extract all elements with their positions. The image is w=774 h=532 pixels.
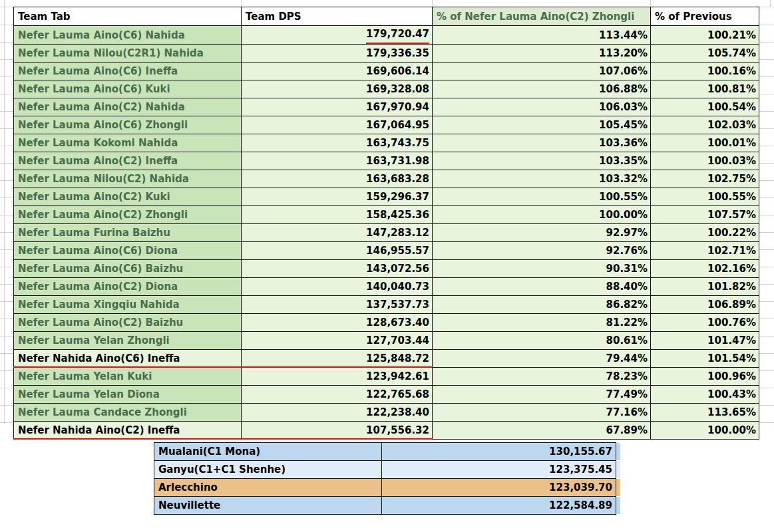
cell-team-dps[interactable]: 179,720.47 (242, 26, 433, 45)
cell-team-dps[interactable]: 147,283.12 (242, 224, 433, 242)
cell-pct-of-base[interactable]: 77.16% (433, 404, 651, 422)
cell-team-name[interactable]: Nefer Lauma Aino(C6) Ineffa (14, 63, 242, 80)
cell-team-name[interactable]: Nefer Lauma Aino(C2) Zhongli (14, 206, 242, 224)
cell-pct-of-previous[interactable]: 101.82% (651, 278, 759, 296)
column-header-pct-of-previous[interactable]: % of Previous (651, 7, 759, 26)
cell-team-name[interactable]: Nefer Lauma Aino(C2) Ineffa (14, 152, 242, 170)
cell-team-name[interactable]: Nefer Lauma Xingqiu Nahida (14, 296, 242, 314)
cell-pct-of-previous[interactable]: 100.01% (651, 134, 759, 152)
cell-team-name[interactable]: Nefer Lauma Yelan Kuki (14, 368, 242, 386)
cell-pct-of-base[interactable]: 100.55% (433, 188, 651, 206)
cell-team-name[interactable]: Nefer Lauma Aino(C2) Baizhu (14, 314, 242, 332)
cell-pct-of-previous[interactable]: 107.57% (651, 206, 759, 224)
cell-pct-of-previous[interactable]: 100.81% (651, 80, 759, 98)
cell-team-name[interactable]: Nefer Lauma Aino(C6) Kuki (14, 80, 242, 98)
cell-team-dps[interactable]: 137,537.73 (242, 296, 433, 314)
cell-pct-of-base[interactable]: 100.00% (433, 206, 651, 224)
column-header-team-tab[interactable]: Team Tab (14, 7, 242, 26)
cell-pct-of-previous[interactable]: 100.76% (651, 314, 759, 332)
cell-pct-of-base[interactable]: 106.03% (433, 98, 651, 116)
cell-team-dps[interactable]: 163,743.75 (242, 134, 433, 152)
cell-comparison-name[interactable]: Arlecchino (154, 479, 382, 497)
cell-team-name[interactable]: Nefer Nahida Aino(C6) Ineffa (14, 350, 242, 368)
cell-pct-of-previous[interactable]: 100.22% (651, 224, 759, 242)
cell-team-dps[interactable]: 128,673.40 (242, 314, 433, 332)
column-header-pct-of-base[interactable]: % of Nefer Lauma Aino(C2) Zhongli (433, 7, 651, 26)
cell-comparison-dps[interactable]: 122,584.89 (382, 497, 616, 515)
cell-comparison-dps[interactable]: 130,155.67 (382, 443, 616, 461)
cell-team-name[interactable]: Nefer Nahida Aino(C2) Ineffa (14, 422, 242, 440)
cell-comparison-dps[interactable]: 123,039.70 (382, 479, 616, 497)
cell-pct-of-base[interactable]: 113.44% (433, 26, 651, 45)
cell-team-name[interactable]: Nefer Lauma Candace Zhongli (14, 404, 242, 422)
cell-pct-of-base[interactable]: 92.76% (433, 242, 651, 260)
cell-pct-of-base[interactable]: 79.44% (433, 350, 651, 368)
cell-team-name[interactable]: Nefer Lauma Nilou(C2) Nahida (14, 170, 242, 188)
cell-pct-of-previous[interactable]: 101.47% (651, 332, 759, 350)
cell-pct-of-previous[interactable]: 100.96% (651, 368, 759, 386)
cell-pct-of-previous[interactable]: 100.55% (651, 188, 759, 206)
cell-team-name[interactable]: Nefer Lauma Aino(C2) Nahida (14, 98, 242, 116)
cell-team-name[interactable]: Nefer Lauma Aino(C2) Diona (14, 278, 242, 296)
cell-comparison-name[interactable]: Neuvillette (154, 497, 382, 515)
cell-pct-of-previous[interactable]: 100.16% (651, 63, 759, 80)
column-header-team-dps[interactable]: Team DPS (242, 7, 433, 26)
cell-comparison-name[interactable]: Ganyu(C1+C1 Shenhe) (154, 461, 382, 479)
cell-team-dps[interactable]: 167,970.94 (242, 98, 433, 116)
cell-pct-of-base[interactable]: 103.35% (433, 152, 651, 170)
cell-team-dps[interactable]: 123,942.61 (242, 368, 433, 386)
cell-team-name[interactable]: Nefer Lauma Furina Baizhu (14, 224, 242, 242)
cell-team-name[interactable]: Nefer Lauma Aino(C2) Kuki (14, 188, 242, 206)
cell-team-name[interactable]: Nefer Lauma Aino(C6) Diona (14, 242, 242, 260)
cell-team-dps[interactable]: 159,296.37 (242, 188, 433, 206)
cell-pct-of-base[interactable]: 81.22% (433, 314, 651, 332)
cell-team-dps[interactable]: 143,072.56 (242, 260, 433, 278)
cell-pct-of-previous[interactable]: 100.54% (651, 98, 759, 116)
cell-pct-of-previous[interactable]: 106.89% (651, 296, 759, 314)
cell-pct-of-base[interactable]: 103.36% (433, 134, 651, 152)
cell-pct-of-previous[interactable]: 113.65% (651, 404, 759, 422)
cell-team-dps[interactable]: 122,765.68 (242, 386, 433, 404)
cell-pct-of-base[interactable]: 88.40% (433, 278, 651, 296)
cell-team-dps[interactable]: 167,064.95 (242, 116, 433, 134)
cell-team-name[interactable]: Nefer Lauma Aino(C6) Zhongli (14, 116, 242, 134)
cell-comparison-dps[interactable]: 123,375.45 (382, 461, 616, 479)
cell-pct-of-base[interactable]: 77.49% (433, 386, 651, 404)
cell-team-dps[interactable]: 125,848.72 (242, 350, 433, 368)
cell-team-dps[interactable]: 163,683.28 (242, 170, 433, 188)
cell-team-dps[interactable]: 146,955.57 (242, 242, 433, 260)
cell-team-dps[interactable]: 122,238.40 (242, 404, 433, 422)
cell-team-dps[interactable]: 169,328.08 (242, 80, 433, 98)
cell-team-dps[interactable]: 127,703.44 (242, 332, 433, 350)
cell-pct-of-base[interactable]: 67.89% (433, 422, 651, 440)
cell-pct-of-base[interactable]: 86.82% (433, 296, 651, 314)
cell-team-name[interactable]: Nefer Lauma Aino(C6) Nahida (14, 26, 242, 45)
cell-pct-of-base[interactable]: 106.88% (433, 80, 651, 98)
cell-team-dps[interactable]: 140,040.73 (242, 278, 433, 296)
cell-pct-of-previous[interactable]: 100.00% (651, 422, 759, 440)
cell-pct-of-base[interactable]: 78.23% (433, 368, 651, 386)
cell-pct-of-base[interactable]: 103.32% (433, 170, 651, 188)
cell-team-dps[interactable]: 179,336.35 (242, 45, 433, 63)
cell-team-dps[interactable]: 158,425.36 (242, 206, 433, 224)
cell-comparison-name[interactable]: Mualani(C1 Mona) (154, 443, 382, 461)
cell-pct-of-previous[interactable]: 105.74% (651, 45, 759, 63)
cell-pct-of-previous[interactable]: 102.75% (651, 170, 759, 188)
cell-pct-of-base[interactable]: 92.97% (433, 224, 651, 242)
cell-pct-of-previous[interactable]: 101.54% (651, 350, 759, 368)
cell-pct-of-base[interactable]: 80.61% (433, 332, 651, 350)
cell-pct-of-base[interactable]: 113.20% (433, 45, 651, 63)
cell-team-name[interactable]: Nefer Lauma Yelan Zhongli (14, 332, 242, 350)
cell-team-name[interactable]: Nefer Lauma Kokomi Nahida (14, 134, 242, 152)
cell-pct-of-previous[interactable]: 102.16% (651, 260, 759, 278)
cell-pct-of-previous[interactable]: 102.71% (651, 242, 759, 260)
cell-pct-of-base[interactable]: 105.45% (433, 116, 651, 134)
cell-team-dps[interactable]: 163,731.98 (242, 152, 433, 170)
cell-pct-of-previous[interactable]: 102.03% (651, 116, 759, 134)
cell-pct-of-base[interactable]: 90.31% (433, 260, 651, 278)
cell-pct-of-previous[interactable]: 100.03% (651, 152, 759, 170)
cell-team-name[interactable]: Nefer Lauma Yelan Diona (14, 386, 242, 404)
cell-team-name[interactable]: Nefer Lauma Aino(C6) Baizhu (14, 260, 242, 278)
cell-team-dps[interactable]: 169,606.14 (242, 63, 433, 80)
cell-pct-of-base[interactable]: 107.06% (433, 63, 651, 80)
